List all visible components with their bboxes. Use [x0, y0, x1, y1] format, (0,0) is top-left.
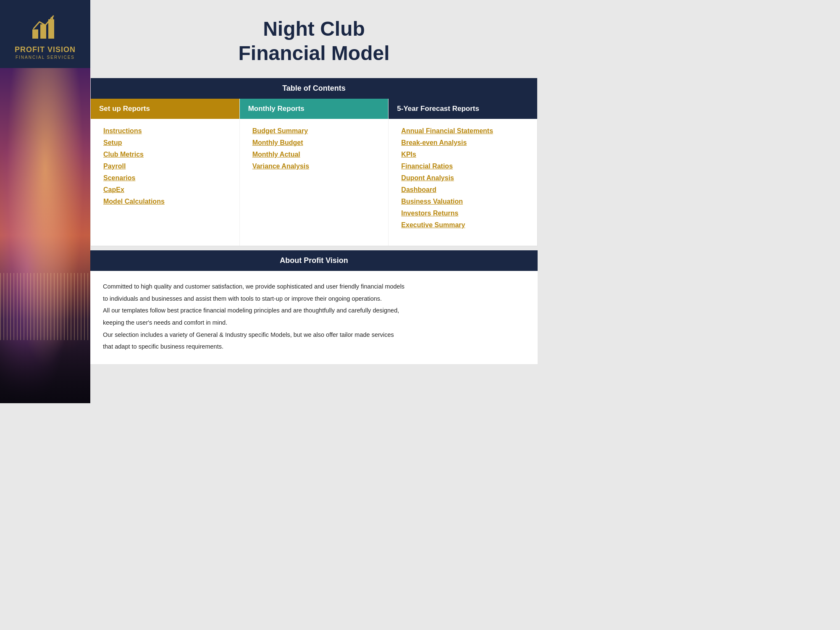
crowd-visual — [0, 68, 90, 403]
dj-area — [0, 336, 90, 403]
link-breakeven[interactable]: Break-even Analysis — [401, 139, 525, 147]
sidebar-image — [0, 68, 90, 403]
link-annual-financial[interactable]: Annual Financial Statements — [401, 127, 525, 135]
link-variance-analysis[interactable]: Variance Analysis — [252, 163, 376, 170]
toc-col-setup: Set up Reports Instructions Setup Club M… — [91, 99, 240, 246]
svg-rect-1 — [40, 24, 46, 39]
svg-rect-2 — [48, 19, 54, 39]
logo-area: PROFIT VISION FINANCIAL SERVICES — [6, 0, 84, 68]
toc-col-monthly: Monthly Reports Budget Summary Monthly B… — [240, 99, 389, 246]
link-monthly-actual[interactable]: Monthly Actual — [252, 151, 376, 158]
crowd-dots — [0, 273, 90, 340]
link-scenarios[interactable]: Scenarios — [103, 174, 227, 182]
brand-sub: FINANCIAL SERVICES — [16, 55, 75, 60]
about-body: Committed to high quality and customer s… — [90, 271, 538, 364]
svg-rect-0 — [32, 29, 38, 39]
about-line-5: Our selection includes a variety of Gene… — [103, 330, 525, 340]
link-budget-summary[interactable]: Budget Summary — [252, 127, 376, 135]
link-investors-returns[interactable]: Investors Returns — [401, 210, 525, 217]
link-model-calculations[interactable]: Model Calculations — [103, 198, 227, 205]
link-kpis[interactable]: KPIs — [401, 151, 525, 158]
about-header: About Profit Vision — [90, 250, 538, 271]
link-monthly-budget[interactable]: Monthly Budget — [252, 139, 376, 147]
link-executive-summary[interactable]: Executive Summary — [401, 221, 525, 229]
title-line1: Night Club — [263, 18, 365, 40]
about-section: About Profit Vision Committed to high qu… — [90, 250, 538, 364]
link-setup[interactable]: Setup — [103, 139, 227, 147]
toc-col-header-forecast[interactable]: 5-Year Forecast Reports — [388, 99, 537, 119]
link-payroll[interactable]: Payroll — [103, 163, 227, 170]
about-line-1: Committed to high quality and customer s… — [103, 281, 525, 292]
header: Night Club Financial Model — [90, 0, 538, 78]
main-content: Night Club Financial Model Table of Cont… — [90, 0, 538, 403]
sidebar: PROFIT VISION FINANCIAL SERVICES — [0, 0, 90, 403]
link-business-valuation[interactable]: Business Valuation — [401, 198, 525, 205]
link-club-metrics[interactable]: Club Metrics — [103, 151, 227, 158]
toc-col-header-monthly[interactable]: Monthly Reports — [240, 99, 388, 119]
title-line2: Financial Model — [238, 42, 389, 64]
toc-header: Table of Contents — [91, 78, 537, 99]
link-dupont[interactable]: Dupont Analysis — [401, 174, 525, 182]
link-dashboard[interactable]: Dashboard — [401, 186, 525, 194]
about-line-4: keeping the user's needs and comfort in … — [103, 318, 525, 328]
main-title: Night Club Financial Model — [116, 17, 512, 65]
about-line-3: All our templates follow best practice f… — [103, 305, 525, 316]
link-instructions[interactable]: Instructions — [103, 127, 227, 135]
link-financial-ratios[interactable]: Financial Ratios — [401, 163, 525, 170]
logo-icon — [30, 13, 60, 42]
toc-col-forecast: 5-Year Forecast Reports Annual Financial… — [388, 99, 537, 246]
about-line-6: that adapt to specific business requirem… — [103, 341, 525, 352]
about-line-2: to individuals and businesses and assist… — [103, 294, 525, 304]
toc-col-header-setup[interactable]: Set up Reports — [91, 99, 239, 119]
brand-name: PROFIT VISION — [15, 45, 76, 54]
link-capex[interactable]: CapEx — [103, 186, 227, 194]
toc-columns: Set up Reports Instructions Setup Club M… — [91, 99, 537, 246]
toc-section: Table of Contents Set up Reports Instruc… — [90, 78, 538, 246]
